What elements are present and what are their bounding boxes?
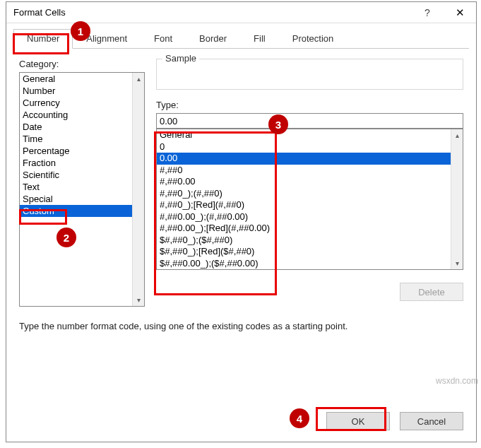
- type-item[interactable]: $#,##0_);($#,##0): [157, 235, 451, 247]
- category-item[interactable]: Time: [20, 133, 132, 145]
- type-item[interactable]: $#,##0_);[Red]($#,##0): [157, 246, 451, 258]
- scroll-down-icon[interactable]: ▾: [133, 294, 144, 306]
- category-listbox[interactable]: General Number Currency Accounting Date …: [19, 72, 145, 307]
- category-item[interactable]: Date: [20, 121, 132, 133]
- category-item[interactable]: Text: [20, 181, 132, 193]
- type-item[interactable]: #,##0: [157, 165, 451, 177]
- cancel-button[interactable]: Cancel: [400, 412, 463, 430]
- type-listbox[interactable]: General 0 0.00 #,##0 #,##0.00 #,##0_);(#…: [156, 129, 463, 270]
- type-item[interactable]: #,##0.00: [157, 176, 451, 188]
- category-label: Category:: [19, 59, 145, 69]
- type-item[interactable]: $#,##0.00_);($#,##0.00): [157, 258, 451, 270]
- category-item[interactable]: Scientific: [20, 169, 132, 181]
- category-item[interactable]: Fraction: [20, 157, 132, 169]
- tab-strip: Number Alignment Font Border Fill Protec…: [13, 29, 469, 49]
- delete-button[interactable]: Delete: [400, 283, 463, 301]
- tab-number[interactable]: Number: [13, 29, 73, 49]
- tab-fill[interactable]: Fill: [240, 29, 279, 48]
- type-input[interactable]: [156, 113, 463, 129]
- scroll-up-icon[interactable]: ▴: [133, 73, 144, 85]
- category-item[interactable]: Accounting: [20, 109, 132, 121]
- type-scrollbar[interactable]: ▴ ▾: [451, 129, 463, 269]
- type-item[interactable]: #,##0.00_);[Red](#,##0.00): [157, 223, 451, 235]
- help-button[interactable]: ?: [411, 7, 444, 18]
- category-item[interactable]: Percentage: [20, 145, 132, 157]
- category-item[interactable]: General: [20, 73, 132, 85]
- tab-protection[interactable]: Protection: [279, 29, 348, 48]
- type-item[interactable]: General: [157, 129, 451, 141]
- type-item[interactable]: 0: [157, 141, 451, 153]
- category-item[interactable]: Currency: [20, 97, 132, 109]
- hint-text: Type the number format code, using one o…: [19, 321, 463, 331]
- category-item[interactable]: Number: [20, 85, 132, 97]
- dialog-body: Category: General Number Currency Accoun…: [6, 49, 476, 331]
- sample-group: Sample: [156, 59, 463, 90]
- type-item-selected[interactable]: 0.00: [157, 153, 451, 165]
- category-item-custom[interactable]: Custom: [20, 205, 132, 217]
- watermark: wsxdn.com: [436, 376, 478, 386]
- tab-alignment[interactable]: Alignment: [73, 29, 141, 48]
- dialog-footer: OK Cancel: [326, 412, 463, 430]
- type-item[interactable]: #,##0.00_);(#,##0.00): [157, 211, 451, 223]
- scroll-down-icon[interactable]: ▾: [451, 257, 463, 269]
- tab-border[interactable]: Border: [186, 29, 240, 48]
- sample-label: Sample: [162, 53, 199, 64]
- scroll-up-icon[interactable]: ▴: [451, 129, 463, 141]
- type-item[interactable]: #,##0_);(#,##0): [157, 188, 451, 200]
- dialog-title: Format Cells: [6, 7, 411, 18]
- type-item[interactable]: #,##0_);[Red](#,##0): [157, 199, 451, 211]
- titlebar: Format Cells ? ✕: [6, 2, 476, 23]
- category-scrollbar[interactable]: ▴ ▾: [132, 73, 144, 306]
- ok-button[interactable]: OK: [326, 412, 390, 430]
- tab-font[interactable]: Font: [141, 29, 186, 48]
- type-label: Type:: [156, 100, 463, 110]
- close-button[interactable]: ✕: [444, 6, 476, 19]
- category-item[interactable]: Special: [20, 193, 132, 205]
- format-cells-dialog: Format Cells ? ✕ Number Alignment Font B…: [6, 1, 477, 442]
